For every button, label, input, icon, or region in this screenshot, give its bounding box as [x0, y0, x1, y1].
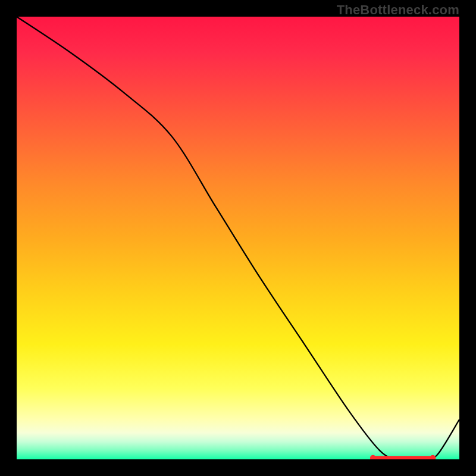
- plot-area: [17, 17, 459, 459]
- watermark-text: TheBottleneck.com: [337, 2, 459, 18]
- marker-bar: [371, 456, 434, 459]
- chart-frame: TheBottleneck.com: [0, 0, 476, 476]
- markers-svg: [17, 17, 459, 459]
